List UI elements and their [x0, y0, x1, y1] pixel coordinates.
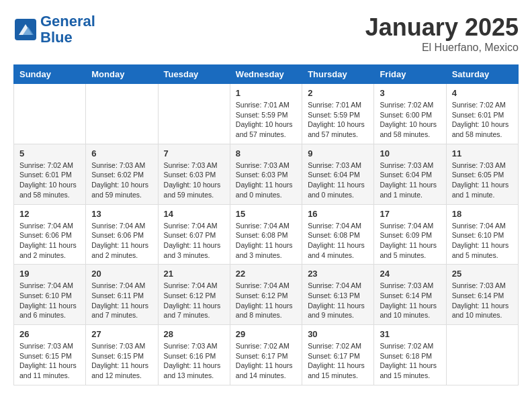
day-info: Sunrise: 7:02 AM Sunset: 6:17 PM Dayligh…	[308, 341, 368, 381]
calendar-cell: 28Sunrise: 7:03 AM Sunset: 6:16 PM Dayli…	[158, 325, 230, 385]
day-number: 18	[452, 209, 513, 219]
day-number: 25	[452, 269, 513, 279]
day-info: Sunrise: 7:04 AM Sunset: 6:13 PM Dayligh…	[308, 281, 368, 320]
day-info: Sunrise: 7:02 AM Sunset: 6:17 PM Dayligh…	[236, 341, 296, 381]
day-number: 1	[236, 88, 296, 98]
calendar-cell	[86, 84, 158, 144]
day-info: Sunrise: 7:04 AM Sunset: 6:09 PM Dayligh…	[380, 221, 440, 261]
calendar-cell: 7Sunrise: 7:03 AM Sunset: 6:03 PM Daylig…	[158, 144, 230, 204]
calendar-cell: 2Sunrise: 7:01 AM Sunset: 5:59 PM Daylig…	[302, 84, 374, 144]
day-number: 4	[452, 88, 513, 98]
day-number: 2	[308, 88, 368, 98]
day-number: 15	[236, 209, 296, 219]
location: El Huerfano, Mexico	[365, 42, 519, 54]
day-number: 13	[91, 209, 152, 219]
day-info: Sunrise: 7:04 AM Sunset: 6:08 PM Dayligh…	[308, 221, 368, 261]
day-number: 11	[452, 148, 513, 158]
day-info: Sunrise: 7:03 AM Sunset: 6:04 PM Dayligh…	[308, 161, 368, 200]
calendar-cell: 22Sunrise: 7:04 AM Sunset: 6:12 PM Dayli…	[230, 265, 302, 325]
calendar-week-row: 19Sunrise: 7:04 AM Sunset: 6:10 PM Dayli…	[14, 265, 519, 325]
logo-icon	[13, 17, 38, 42]
day-info: Sunrise: 7:03 AM Sunset: 6:03 PM Dayligh…	[164, 161, 224, 200]
day-number: 22	[236, 269, 296, 279]
weekday-header-tuesday: Tuesday	[158, 65, 230, 84]
day-number: 6	[91, 148, 152, 158]
day-number: 23	[308, 269, 368, 279]
day-number: 30	[308, 329, 368, 339]
calendar-cell	[158, 84, 230, 144]
day-number: 7	[164, 148, 224, 158]
day-number: 5	[19, 148, 80, 158]
calendar-cell: 25Sunrise: 7:03 AM Sunset: 6:14 PM Dayli…	[446, 265, 518, 325]
day-info: Sunrise: 7:04 AM Sunset: 6:08 PM Dayligh…	[236, 221, 296, 261]
calendar-week-row: 12Sunrise: 7:04 AM Sunset: 6:06 PM Dayli…	[14, 204, 519, 265]
day-info: Sunrise: 7:03 AM Sunset: 6:15 PM Dayligh…	[91, 341, 152, 381]
day-info: Sunrise: 7:03 AM Sunset: 6:14 PM Dayligh…	[452, 281, 513, 320]
logo: General Blue	[13, 13, 95, 46]
day-info: Sunrise: 7:04 AM Sunset: 6:07 PM Dayligh…	[164, 221, 224, 261]
day-number: 21	[164, 269, 224, 279]
day-number: 24	[380, 269, 440, 279]
calendar-cell: 30Sunrise: 7:02 AM Sunset: 6:17 PM Dayli…	[302, 325, 374, 385]
weekday-header-wednesday: Wednesday	[230, 65, 302, 84]
calendar-cell: 14Sunrise: 7:04 AM Sunset: 6:07 PM Dayli…	[158, 204, 230, 265]
day-info: Sunrise: 7:03 AM Sunset: 6:14 PM Dayligh…	[380, 281, 440, 320]
day-number: 27	[91, 329, 152, 339]
day-info: Sunrise: 7:04 AM Sunset: 6:06 PM Dayligh…	[91, 221, 152, 261]
day-info: Sunrise: 7:04 AM Sunset: 6:12 PM Dayligh…	[236, 281, 296, 320]
calendar-cell: 26Sunrise: 7:03 AM Sunset: 6:15 PM Dayli…	[14, 325, 86, 385]
day-info: Sunrise: 7:04 AM Sunset: 6:12 PM Dayligh…	[164, 281, 224, 320]
day-number: 12	[19, 209, 80, 219]
day-number: 28	[164, 329, 224, 339]
day-number: 8	[236, 148, 296, 158]
calendar-cell: 17Sunrise: 7:04 AM Sunset: 6:09 PM Dayli…	[374, 204, 446, 265]
calendar-cell: 16Sunrise: 7:04 AM Sunset: 6:08 PM Dayli…	[302, 204, 374, 265]
weekday-header-sunday: Sunday	[14, 65, 86, 84]
day-info: Sunrise: 7:04 AM Sunset: 6:11 PM Dayligh…	[91, 281, 152, 320]
calendar-week-row: 1Sunrise: 7:01 AM Sunset: 5:59 PM Daylig…	[14, 84, 519, 144]
title-block: January 2025 El Huerfano, Mexico	[365, 13, 519, 54]
day-number: 16	[308, 209, 368, 219]
calendar-header-row: SundayMondayTuesdayWednesdayThursdayFrid…	[14, 65, 519, 84]
calendar-cell	[14, 84, 86, 144]
day-info: Sunrise: 7:03 AM Sunset: 6:04 PM Dayligh…	[380, 161, 440, 200]
day-info: Sunrise: 7:03 AM Sunset: 6:02 PM Dayligh…	[91, 161, 152, 200]
day-info: Sunrise: 7:01 AM Sunset: 5:59 PM Dayligh…	[236, 100, 296, 140]
day-info: Sunrise: 7:02 AM Sunset: 6:00 PM Dayligh…	[380, 100, 440, 140]
day-number: 17	[380, 209, 440, 219]
logo-general: General	[40, 13, 95, 30]
weekday-header-monday: Monday	[86, 65, 158, 84]
calendar-cell: 20Sunrise: 7:04 AM Sunset: 6:11 PM Dayli…	[86, 265, 158, 325]
day-info: Sunrise: 7:04 AM Sunset: 6:10 PM Dayligh…	[452, 221, 513, 261]
day-info: Sunrise: 7:03 AM Sunset: 6:05 PM Dayligh…	[452, 161, 513, 200]
day-number: 26	[19, 329, 80, 339]
day-number: 14	[164, 209, 224, 219]
calendar-cell: 24Sunrise: 7:03 AM Sunset: 6:14 PM Dayli…	[374, 265, 446, 325]
calendar-cell: 3Sunrise: 7:02 AM Sunset: 6:00 PM Daylig…	[374, 84, 446, 144]
calendar-cell: 21Sunrise: 7:04 AM Sunset: 6:12 PM Dayli…	[158, 265, 230, 325]
calendar-cell: 9Sunrise: 7:03 AM Sunset: 6:04 PM Daylig…	[302, 144, 374, 204]
day-info: Sunrise: 7:02 AM Sunset: 6:01 PM Dayligh…	[19, 161, 80, 200]
day-number: 9	[308, 148, 368, 158]
day-info: Sunrise: 7:01 AM Sunset: 5:59 PM Dayligh…	[308, 100, 368, 140]
calendar-table: SundayMondayTuesdayWednesdayThursdayFrid…	[13, 64, 519, 385]
calendar-cell: 1Sunrise: 7:01 AM Sunset: 5:59 PM Daylig…	[230, 84, 302, 144]
calendar-week-row: 26Sunrise: 7:03 AM Sunset: 6:15 PM Dayli…	[14, 325, 519, 385]
calendar-cell: 8Sunrise: 7:03 AM Sunset: 6:03 PM Daylig…	[230, 144, 302, 204]
logo-blue: Blue	[40, 29, 73, 46]
calendar-cell: 18Sunrise: 7:04 AM Sunset: 6:10 PM Dayli…	[446, 204, 518, 265]
day-info: Sunrise: 7:03 AM Sunset: 6:03 PM Dayligh…	[236, 161, 296, 200]
page-header: General Blue January 2025 El Huerfano, M…	[13, 13, 519, 54]
day-info: Sunrise: 7:04 AM Sunset: 6:10 PM Dayligh…	[19, 281, 80, 320]
calendar-cell: 6Sunrise: 7:03 AM Sunset: 6:02 PM Daylig…	[86, 144, 158, 204]
day-number: 20	[91, 269, 152, 279]
day-number: 10	[380, 148, 440, 158]
calendar-week-row: 5Sunrise: 7:02 AM Sunset: 6:01 PM Daylig…	[14, 144, 519, 204]
calendar-cell	[446, 325, 518, 385]
day-number: 29	[236, 329, 296, 339]
logo-text: General Blue	[40, 13, 95, 46]
calendar-cell: 12Sunrise: 7:04 AM Sunset: 6:06 PM Dayli…	[14, 204, 86, 265]
weekday-header-thursday: Thursday	[302, 65, 374, 84]
day-number: 31	[380, 329, 440, 339]
day-number: 19	[19, 269, 80, 279]
